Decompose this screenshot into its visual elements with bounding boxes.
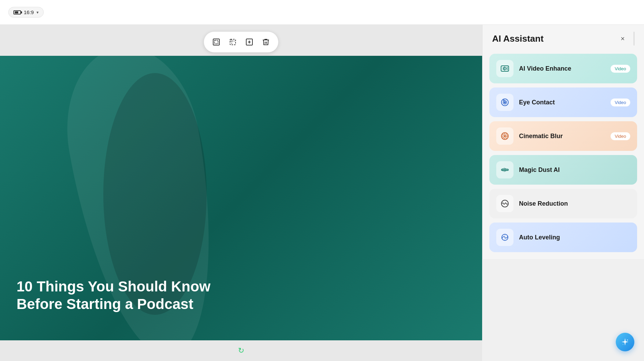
add-tool-button[interactable]: [242, 35, 256, 49]
cinematic-blur-name: Cinematic Blur: [519, 133, 605, 140]
eye-contact-tag: Video: [611, 99, 630, 106]
main-content: 10 Things You Should Know Before Startin…: [0, 25, 644, 361]
eye-contact-name: Eye Contact: [519, 99, 605, 106]
fab-button[interactable]: [616, 333, 634, 351]
aspect-ratio-text: 16:9: [24, 9, 34, 15]
canvas-area: 10 Things You Should Know Before Startin…: [0, 25, 482, 361]
ai-video-enhance-tag: Video: [611, 65, 630, 73]
chevron-down-icon: ▾: [37, 10, 39, 15]
magic-dust-ai-name: Magic Dust AI: [519, 166, 630, 174]
feature-card-auto-leveling[interactable]: Auto Leveling: [489, 223, 637, 252]
svg-point-10: [504, 102, 506, 103]
svg-rect-0: [213, 39, 219, 45]
panel-title: AI Assistant: [492, 33, 543, 44]
feature-card-magic-dust-ai[interactable]: Magic Dust AI: [489, 155, 637, 185]
eye-contact-icon-wrap: [496, 94, 513, 111]
canvas-bottom: ↻: [0, 340, 482, 361]
feature-card-cinematic-blur[interactable]: Cinematic Blur Video: [489, 121, 637, 151]
features-list: AI Video Enhance Video Eye Contact: [482, 51, 644, 259]
crop-tool-button[interactable]: [226, 35, 240, 49]
close-button[interactable]: ×: [617, 33, 628, 44]
ai-video-enhance-icon-wrap: [496, 60, 513, 77]
cinematic-blur-icon-wrap: [496, 127, 513, 145]
video-title: 10 Things You Should Know Before Startin…: [17, 278, 210, 313]
feature-card-eye-contact[interactable]: Eye Contact Video: [489, 87, 637, 117]
svg-point-24: [623, 344, 623, 345]
battery-icon: [13, 10, 21, 14]
auto-leveling-name: Auto Leveling: [519, 234, 630, 241]
video-canvas: 10 Things You Should Know Before Startin…: [0, 56, 482, 340]
panel-divider: [634, 32, 634, 45]
delete-tool-button[interactable]: [259, 35, 273, 49]
canvas-toolbar: [204, 32, 278, 52]
select-tool-button[interactable]: [209, 35, 223, 49]
refresh-icon[interactable]: ↻: [238, 346, 244, 355]
auto-leveling-icon-wrap: [496, 229, 513, 246]
aspect-ratio-selector[interactable]: 16:9 ▾: [8, 7, 44, 18]
svg-rect-2: [230, 39, 236, 45]
svg-rect-16: [501, 169, 508, 171]
svg-rect-1: [215, 40, 218, 44]
cinematic-blur-tag: Video: [611, 132, 630, 140]
svg-point-15: [505, 136, 506, 137]
feature-card-ai-video-enhance[interactable]: AI Video Enhance Video: [489, 54, 637, 83]
noise-reduction-name: Noise Reduction: [519, 200, 630, 207]
ai-video-enhance-name: AI Video Enhance: [519, 65, 605, 72]
svg-point-11: [503, 100, 504, 101]
panel-header: AI Assistant ×: [482, 25, 644, 51]
right-panel: AI Assistant × AI Video: [482, 25, 644, 259]
top-bar: 16:9 ▾: [0, 0, 644, 25]
svg-point-23: [627, 340, 628, 341]
feature-card-noise-reduction[interactable]: Noise Reduction: [489, 189, 637, 218]
right-panel-wrapper: AI Assistant × AI Video: [482, 25, 644, 361]
noise-reduction-icon-wrap: [496, 195, 513, 212]
magic-dust-icon-wrap: [496, 161, 513, 178]
